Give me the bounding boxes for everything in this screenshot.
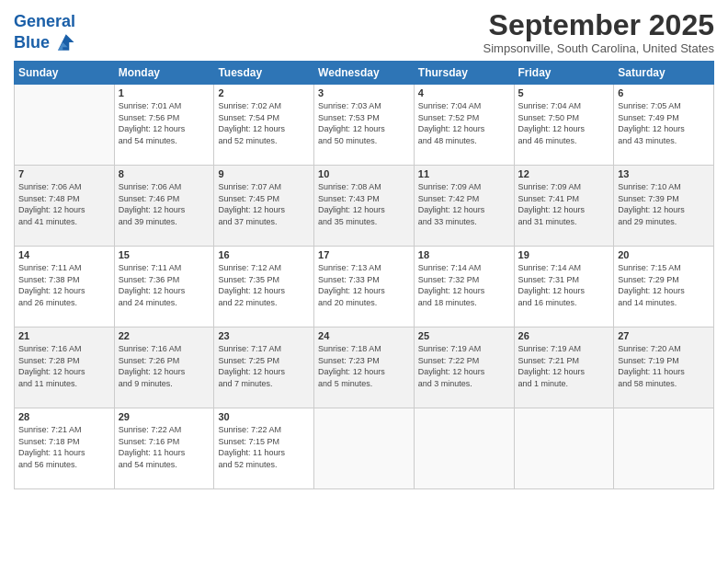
day-info: Sunrise: 7:14 AM Sunset: 7:32 PM Dayligh… <box>418 262 510 308</box>
table-row <box>414 408 514 489</box>
day-info: Sunrise: 7:14 AM Sunset: 7:31 PM Dayligh… <box>518 262 610 308</box>
table-row: 11Sunrise: 7:09 AM Sunset: 7:42 PM Dayli… <box>414 166 514 247</box>
day-info: Sunrise: 7:12 AM Sunset: 7:35 PM Dayligh… <box>218 262 310 308</box>
weekday-header-thursday: Thursday <box>414 62 514 85</box>
weekday-header-wednesday: Wednesday <box>314 62 415 85</box>
day-number: 28 <box>18 411 110 422</box>
table-row: 1Sunrise: 7:01 AM Sunset: 7:56 PM Daylig… <box>114 85 214 166</box>
day-number: 25 <box>418 330 510 341</box>
table-row: 25Sunrise: 7:19 AM Sunset: 7:22 PM Dayli… <box>414 327 514 408</box>
day-number: 7 <box>18 168 110 179</box>
weekday-header-tuesday: Tuesday <box>214 62 314 85</box>
day-info: Sunrise: 7:11 AM Sunset: 7:38 PM Dayligh… <box>18 262 110 308</box>
day-info: Sunrise: 7:19 AM Sunset: 7:21 PM Dayligh… <box>518 343 610 389</box>
day-info: Sunrise: 7:21 AM Sunset: 7:18 PM Dayligh… <box>18 424 110 470</box>
day-info: Sunrise: 7:09 AM Sunset: 7:42 PM Dayligh… <box>418 181 510 227</box>
table-row: 28Sunrise: 7:21 AM Sunset: 7:18 PM Dayli… <box>15 408 115 489</box>
table-row <box>514 408 614 489</box>
day-info: Sunrise: 7:06 AM Sunset: 7:46 PM Dayligh… <box>119 181 210 227</box>
month-title: September 2025 <box>483 9 714 41</box>
title-block: September 2025 Simpsonville, South Carol… <box>483 9 714 55</box>
day-number: 8 <box>119 168 210 179</box>
logo-general: General <box>14 12 75 30</box>
day-number: 18 <box>418 249 510 260</box>
day-number: 14 <box>18 249 110 260</box>
table-row: 9Sunrise: 7:07 AM Sunset: 7:45 PM Daylig… <box>214 166 314 247</box>
day-info: Sunrise: 7:07 AM Sunset: 7:45 PM Dayligh… <box>218 181 310 227</box>
day-number: 1 <box>119 87 210 98</box>
day-number: 27 <box>618 330 710 341</box>
day-info: Sunrise: 7:04 AM Sunset: 7:52 PM Dayligh… <box>418 100 510 146</box>
day-number: 29 <box>119 411 210 422</box>
table-row: 4Sunrise: 7:04 AM Sunset: 7:52 PM Daylig… <box>414 85 514 166</box>
day-number: 22 <box>119 330 210 341</box>
logo: General Blue <box>14 13 77 55</box>
table-row: 12Sunrise: 7:09 AM Sunset: 7:41 PM Dayli… <box>514 166 614 247</box>
day-info: Sunrise: 7:10 AM Sunset: 7:39 PM Dayligh… <box>618 181 710 227</box>
table-row: 3Sunrise: 7:03 AM Sunset: 7:53 PM Daylig… <box>314 85 415 166</box>
table-row: 30Sunrise: 7:22 AM Sunset: 7:15 PM Dayli… <box>214 408 314 489</box>
day-number: 26 <box>518 330 610 341</box>
day-info: Sunrise: 7:13 AM Sunset: 7:33 PM Dayligh… <box>318 262 410 308</box>
table-row: 5Sunrise: 7:04 AM Sunset: 7:50 PM Daylig… <box>514 85 614 166</box>
table-row: 10Sunrise: 7:08 AM Sunset: 7:43 PM Dayli… <box>314 166 415 247</box>
day-info: Sunrise: 7:15 AM Sunset: 7:29 PM Dayligh… <box>618 262 710 308</box>
day-number: 21 <box>18 330 110 341</box>
day-number: 10 <box>318 168 410 179</box>
table-row: 6Sunrise: 7:05 AM Sunset: 7:49 PM Daylig… <box>614 85 714 166</box>
calendar-week-row: 7Sunrise: 7:06 AM Sunset: 7:48 PM Daylig… <box>15 166 714 247</box>
calendar-week-row: 28Sunrise: 7:21 AM Sunset: 7:18 PM Dayli… <box>15 408 714 489</box>
table-row: 29Sunrise: 7:22 AM Sunset: 7:16 PM Dayli… <box>114 408 214 489</box>
table-row: 27Sunrise: 7:20 AM Sunset: 7:19 PM Dayli… <box>614 327 714 408</box>
table-row: 19Sunrise: 7:14 AM Sunset: 7:31 PM Dayli… <box>514 247 614 327</box>
table-row: 7Sunrise: 7:06 AM Sunset: 7:48 PM Daylig… <box>15 166 115 247</box>
table-row: 16Sunrise: 7:12 AM Sunset: 7:35 PM Dayli… <box>214 247 314 327</box>
table-row <box>614 408 714 489</box>
table-row: 20Sunrise: 7:15 AM Sunset: 7:29 PM Dayli… <box>614 247 714 327</box>
day-number: 2 <box>218 87 310 98</box>
header: General Blue September 2025 Simpsonville… <box>14 9 714 55</box>
day-info: Sunrise: 7:17 AM Sunset: 7:25 PM Dayligh… <box>218 343 310 389</box>
day-number: 11 <box>418 168 510 179</box>
calendar-week-row: 21Sunrise: 7:16 AM Sunset: 7:28 PM Dayli… <box>15 327 714 408</box>
day-number: 13 <box>618 168 710 179</box>
table-row <box>15 85 115 166</box>
day-info: Sunrise: 7:16 AM Sunset: 7:26 PM Dayligh… <box>119 343 210 389</box>
table-row: 22Sunrise: 7:16 AM Sunset: 7:26 PM Dayli… <box>114 327 214 408</box>
table-row: 8Sunrise: 7:06 AM Sunset: 7:46 PM Daylig… <box>114 166 214 247</box>
logo-icon <box>51 29 77 55</box>
weekday-header-monday: Monday <box>114 62 214 85</box>
weekday-header-sunday: Sunday <box>15 62 115 85</box>
day-info: Sunrise: 7:02 AM Sunset: 7:54 PM Dayligh… <box>218 100 310 146</box>
day-number: 4 <box>418 87 510 98</box>
day-info: Sunrise: 7:05 AM Sunset: 7:49 PM Dayligh… <box>618 100 710 146</box>
day-number: 23 <box>218 330 310 341</box>
day-info: Sunrise: 7:18 AM Sunset: 7:23 PM Dayligh… <box>318 343 410 389</box>
day-number: 9 <box>218 168 310 179</box>
table-row: 17Sunrise: 7:13 AM Sunset: 7:33 PM Dayli… <box>314 247 415 327</box>
table-row: 21Sunrise: 7:16 AM Sunset: 7:28 PM Dayli… <box>15 327 115 408</box>
table-row: 24Sunrise: 7:18 AM Sunset: 7:23 PM Dayli… <box>314 327 415 408</box>
day-number: 6 <box>618 87 710 98</box>
location: Simpsonville, South Carolina, United Sta… <box>483 41 714 55</box>
day-number: 20 <box>618 249 710 260</box>
day-info: Sunrise: 7:09 AM Sunset: 7:41 PM Dayligh… <box>518 181 610 227</box>
day-info: Sunrise: 7:20 AM Sunset: 7:19 PM Dayligh… <box>618 343 710 389</box>
day-number: 3 <box>318 87 410 98</box>
day-info: Sunrise: 7:11 AM Sunset: 7:36 PM Dayligh… <box>119 262 210 308</box>
calendar-week-row: 1Sunrise: 7:01 AM Sunset: 7:56 PM Daylig… <box>15 85 714 166</box>
calendar: SundayMondayTuesdayWednesdayThursdayFrid… <box>14 61 714 489</box>
weekday-header-row: SundayMondayTuesdayWednesdayThursdayFrid… <box>15 62 714 85</box>
day-number: 15 <box>119 249 210 260</box>
day-number: 5 <box>518 87 610 98</box>
weekday-header-friday: Friday <box>514 62 614 85</box>
day-info: Sunrise: 7:04 AM Sunset: 7:50 PM Dayligh… <box>518 100 610 146</box>
day-number: 17 <box>318 249 410 260</box>
day-info: Sunrise: 7:16 AM Sunset: 7:28 PM Dayligh… <box>18 343 110 389</box>
day-number: 24 <box>318 330 410 341</box>
weekday-header-saturday: Saturday <box>614 62 714 85</box>
calendar-week-row: 14Sunrise: 7:11 AM Sunset: 7:38 PM Dayli… <box>15 247 714 327</box>
table-row: 15Sunrise: 7:11 AM Sunset: 7:36 PM Dayli… <box>114 247 214 327</box>
table-row: 18Sunrise: 7:14 AM Sunset: 7:32 PM Dayli… <box>414 247 514 327</box>
table-row: 26Sunrise: 7:19 AM Sunset: 7:21 PM Dayli… <box>514 327 614 408</box>
